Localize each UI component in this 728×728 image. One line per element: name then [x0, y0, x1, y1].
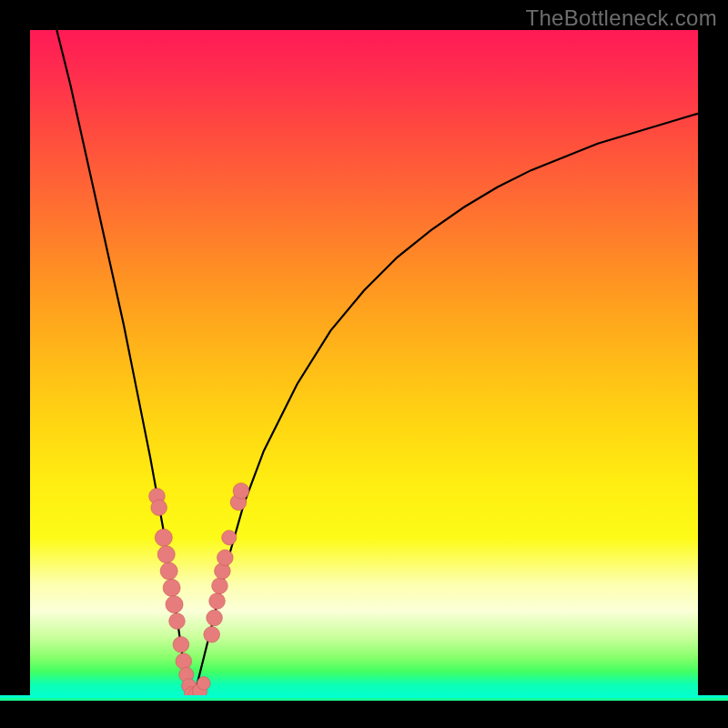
plot-area [30, 30, 698, 698]
curve-marker [176, 653, 192, 670]
curve-markers [149, 483, 249, 698]
curve-marker [151, 500, 167, 516]
curve-marker [207, 610, 223, 626]
curve-marker [233, 483, 249, 500]
curve-marker [222, 531, 237, 545]
curve-marker [157, 546, 175, 563]
curve-marker [163, 579, 180, 596]
curve-marker [169, 613, 186, 630]
curve-marker [204, 626, 220, 642]
curve-marker [155, 529, 172, 546]
curve-marker [166, 596, 183, 613]
chart-svg [30, 30, 698, 698]
bottleneck-curve [56, 30, 698, 694]
curve-marker [173, 636, 189, 652]
bottom-green-strip-2 [0, 698, 728, 701]
watermark-text: TheBottleneck.com [525, 5, 717, 31]
curve-line [56, 30, 698, 694]
curve-marker [212, 578, 228, 594]
chart-frame: TheBottleneck.com [0, 0, 728, 728]
curve-marker [217, 550, 234, 566]
curve-marker [197, 677, 211, 691]
curve-marker [209, 593, 226, 610]
curve-marker [160, 562, 177, 580]
